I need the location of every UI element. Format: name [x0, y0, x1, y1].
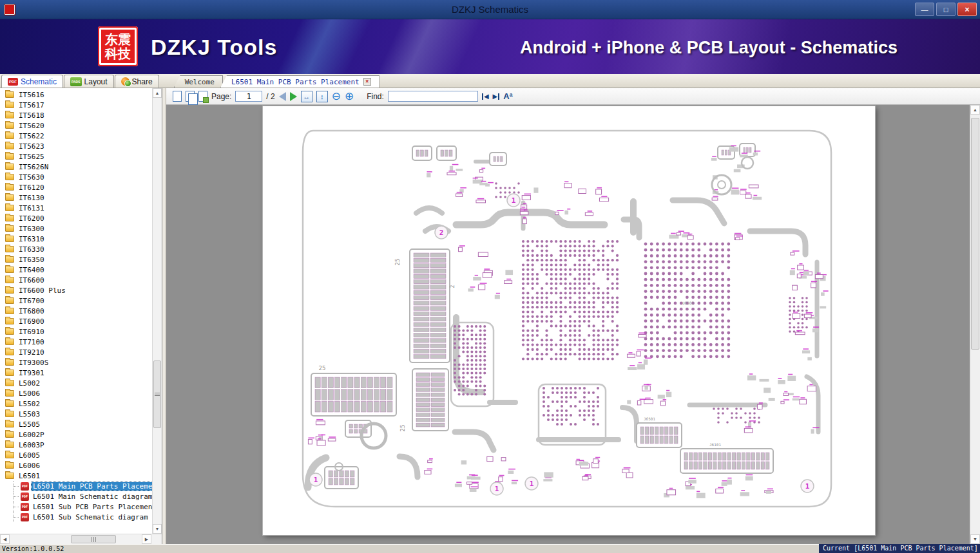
folder-icon: [5, 390, 14, 397]
sidebar-document[interactable]: PDFL6501 Sub PCB Parts Placement: [0, 501, 162, 512]
sidebar-folder[interactable]: IT7100: [0, 337, 162, 347]
sidebar-folder[interactable]: IT5630: [0, 172, 162, 182]
sidebar-folder[interactable]: L6002P: [0, 429, 162, 440]
sidebar-folder[interactable]: IT6800: [0, 306, 162, 316]
scroll-down-icon[interactable]: ▼: [970, 534, 980, 544]
folder-icon: [5, 370, 14, 376]
scroll-left-icon[interactable]: ◀: [0, 534, 10, 544]
viewer-scrollbar-thumb[interactable]: [971, 118, 979, 350]
sidebar-folder[interactable]: L6003P: [0, 440, 162, 450]
close-button[interactable]: ×: [957, 3, 977, 16]
match-case-icon[interactable]: Aª: [503, 91, 512, 101]
sidebar-folder[interactable]: IT6300: [0, 223, 162, 234]
facing-pages-icon[interactable]: [186, 91, 195, 102]
page-copy-icon[interactable]: [198, 91, 207, 102]
folder-label: IT9301: [17, 369, 46, 377]
sidebar-document[interactable]: PDFL6501 Sub Schematic diagram: [0, 512, 162, 522]
sidebar-folder[interactable]: IT5622: [0, 131, 162, 141]
sidebar-folder[interactable]: IT6350: [0, 254, 162, 265]
hscrollbar-track[interactable]: [10, 534, 142, 544]
folder-icon: [5, 236, 14, 242]
find-next-icon[interactable]: ▶: [493, 93, 500, 100]
maximize-button[interactable]: □: [936, 3, 956, 16]
pdf-icon: PDF: [21, 503, 29, 511]
sidebar-folder[interactable]: IT5618: [0, 110, 162, 120]
sidebar-folder[interactable]: IT5620: [0, 120, 162, 131]
folder-icon: [5, 328, 14, 335]
sidebar-folder[interactable]: IT5623: [0, 141, 162, 151]
folder-label: IT9210: [17, 348, 46, 357]
folder-label: IT9300S: [17, 359, 50, 367]
previous-page-icon[interactable]: [279, 92, 286, 101]
sidebar-folder[interactable]: IT6130: [0, 192, 162, 203]
fit-width-icon[interactable]: ↔: [301, 91, 312, 102]
scroll-up-icon[interactable]: ▲: [970, 105, 980, 115]
folder-label: IT5623: [17, 142, 46, 151]
sidebar-folder[interactable]: IT5626N: [0, 162, 162, 172]
sidebar-folder[interactable]: L6006: [0, 460, 162, 471]
sidebar-folder[interactable]: IT5617: [0, 100, 162, 110]
sidebar-folder[interactable]: IT6600: [0, 275, 162, 285]
sidebar-document[interactable]: PDFL6501 Main PCB Parts Placement: [0, 481, 162, 491]
header-banner: 东震 科技 DZKJ Tools Android + iPhone & PCB …: [0, 19, 980, 74]
sidebar-folder[interactable]: L5006: [0, 388, 162, 398]
doc-tab[interactable]: Welcome: [174, 75, 223, 88]
tab-schematic[interactable]: PDFSchematic: [1, 75, 63, 88]
thumb-grip: [91, 537, 96, 542]
vscrollbar-thumb[interactable]: [153, 361, 161, 428]
sidebar-folder[interactable]: L5503: [0, 409, 162, 419]
tab-share[interactable]: Share: [115, 75, 159, 88]
sidebar-folder[interactable]: IT6330: [0, 244, 162, 254]
sidebar-folder[interactable]: IT6131: [0, 203, 162, 213]
sidebar-folder[interactable]: IT6310: [0, 234, 162, 244]
scroll-down-icon[interactable]: ▼: [153, 524, 162, 534]
sidebar-folder[interactable]: IT6120: [0, 182, 162, 192]
close-tab-icon[interactable]: ×: [363, 78, 371, 86]
scroll-right-icon[interactable]: ▶: [142, 534, 151, 544]
scroll-up-icon[interactable]: ▲: [153, 88, 162, 98]
sidebar-folder[interactable]: L5505: [0, 419, 162, 429]
sidebar-folder[interactable]: IT6600 Plus: [0, 285, 162, 295]
find-previous-icon[interactable]: ◀: [482, 93, 489, 100]
folder-label: IT6131: [17, 204, 46, 212]
sidebar-folder[interactable]: IT9300S: [0, 357, 162, 368]
pads-icon: PADS: [70, 77, 82, 86]
pdf-toolbar: Page: / 2 ↔ ↕ ⊖ ⊕ Find: ◀ ▶ Aª: [166, 88, 980, 105]
doc-tab[interactable]: L6501 Main PCB Parts Placement×: [220, 75, 380, 88]
sidebar-folder[interactable]: IT5616: [0, 89, 162, 100]
sidebar-folder[interactable]: IT9301: [0, 368, 162, 378]
sidebar-folder[interactable]: IT6700: [0, 295, 162, 306]
folder-label: IT5622: [17, 132, 46, 140]
tab-layout[interactable]: PADSLayout: [64, 75, 114, 88]
sidebar-vscrollbar[interactable]: ▲ ▼: [152, 88, 162, 534]
next-page-icon[interactable]: [290, 92, 297, 101]
sidebar-document[interactable]: PDFL6501 Main Schematic diagram: [0, 491, 162, 501]
folder-icon: [5, 442, 14, 448]
sidebar-folder[interactable]: IT5625: [0, 151, 162, 162]
folder-label: L5002: [17, 379, 41, 388]
pdf-icon: PDF: [8, 78, 18, 86]
viewer-vscrollbar[interactable]: ▲ ▼: [970, 105, 980, 544]
fit-page-icon[interactable]: ↕: [316, 91, 328, 102]
sidebar-folder[interactable]: IT6200: [0, 213, 162, 223]
sidebar: IT5616IT5617IT5618IT5620IT5622IT5623IT56…: [0, 88, 162, 544]
single-page-icon[interactable]: [173, 91, 182, 102]
sidebar-folder[interactable]: IT9210: [0, 347, 162, 357]
sidebar-folder[interactable]: IT6900: [0, 316, 162, 326]
sidebar-folder-open[interactable]: L6501: [0, 471, 162, 481]
hscrollbar-thumb[interactable]: [71, 535, 116, 543]
minimize-button[interactable]: —: [915, 3, 934, 16]
find-input[interactable]: [388, 91, 478, 102]
folder-icon: [5, 122, 14, 129]
sidebar-folder[interactable]: IT6910: [0, 326, 162, 337]
document-label: L6501 Sub PCB Parts Placement: [32, 503, 158, 511]
sidebar-folder[interactable]: IT6400: [0, 265, 162, 275]
sidebar-folder[interactable]: L6005: [0, 450, 162, 460]
page-input[interactable]: [235, 91, 262, 102]
sidebar-folder[interactable]: L5502: [0, 398, 162, 409]
sidebar-hscrollbar[interactable]: ◀ ▶: [0, 534, 162, 544]
zoom-in-icon[interactable]: ⊕: [345, 91, 354, 102]
sidebar-folder[interactable]: L5002: [0, 378, 162, 388]
zoom-out-icon[interactable]: ⊖: [332, 91, 341, 102]
folder-label: IT6200: [17, 214, 46, 223]
